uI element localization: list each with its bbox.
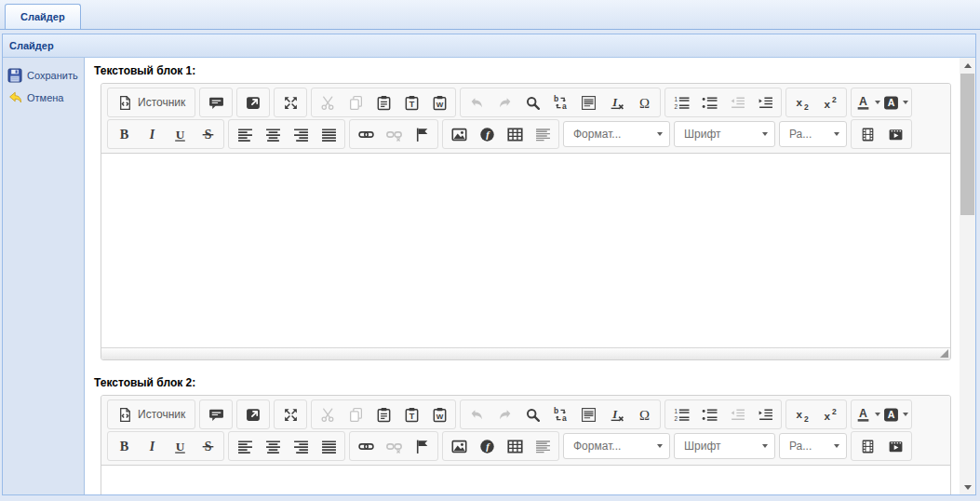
underline-button[interactable]: U (166, 434, 194, 458)
lines-icon (535, 127, 551, 142)
underline-button[interactable]: U (166, 122, 194, 146)
maximize-button[interactable] (276, 90, 304, 115)
redo-icon (497, 407, 513, 423)
chevron-down-icon (834, 444, 839, 448)
subscript-button[interactable]: x2 (788, 402, 816, 427)
align-right-button[interactable] (287, 122, 315, 146)
indent-button[interactable] (751, 402, 779, 427)
bold-button[interactable]: B (110, 122, 138, 146)
format-combo[interactable]: Формат... (563, 121, 670, 147)
text-color-button[interactable]: A (853, 402, 881, 427)
align-center-button[interactable] (259, 434, 287, 458)
align-center-button[interactable] (259, 122, 287, 146)
cancel-button[interactable]: Отмена (3, 87, 84, 109)
editor-content[interactable] (101, 466, 950, 494)
format-combo[interactable]: Формат... (563, 433, 670, 459)
subscript-button[interactable]: x2 (788, 90, 816, 115)
image-button[interactable] (445, 434, 473, 458)
paste-button[interactable] (369, 402, 397, 427)
save-button-label: Сохранить (27, 70, 78, 81)
align-justify-button[interactable] (315, 434, 342, 458)
align-left-button[interactable] (231, 434, 259, 458)
source-button[interactable]: Источник (110, 90, 193, 115)
tab-slider[interactable]: Слайдер (5, 4, 81, 29)
maximize-icon (283, 407, 299, 423)
video-button[interactable] (853, 122, 881, 146)
anchor-button[interactable] (408, 434, 436, 458)
preview-button[interactable] (202, 402, 230, 427)
replace-button[interactable]: ba (546, 90, 574, 115)
anchor-button[interactable] (408, 122, 436, 146)
text-lines-button[interactable] (529, 122, 557, 146)
italic-button[interactable]: I (138, 122, 166, 146)
paste-text-button[interactable]: T (397, 90, 425, 115)
preview-button[interactable] (202, 90, 230, 115)
text-color-button[interactable]: A (853, 90, 881, 115)
source-button[interactable]: Источник (110, 402, 193, 427)
remove-format-button[interactable]: I (602, 90, 630, 115)
bg-color-icon: A (883, 407, 899, 423)
maximize-button[interactable] (276, 402, 304, 427)
scrollbar-thumb[interactable] (960, 74, 974, 215)
flash-button[interactable]: f (473, 434, 501, 458)
bulleted-list-button[interactable] (695, 90, 723, 115)
superscript-button[interactable]: x2 (816, 90, 844, 115)
paste-word-button[interactable]: W (425, 402, 453, 427)
superscript-button[interactable]: x2 (816, 402, 844, 427)
bold-button[interactable]: B (110, 434, 138, 458)
select-all-button[interactable] (574, 90, 602, 115)
toolbar-group: TW (311, 88, 456, 117)
numbered-list-button[interactable]: 12 (667, 90, 695, 115)
youtube-button[interactable] (881, 434, 909, 458)
table-button[interactable] (501, 122, 529, 146)
font-combo[interactable]: Шрифт (674, 433, 775, 459)
paste-text-button[interactable]: T (397, 402, 425, 427)
numbered-list-button[interactable]: 12 (667, 402, 695, 427)
scroll-down-button[interactable] (960, 480, 975, 494)
remove-format-button[interactable]: I (602, 402, 630, 427)
align-justify-icon (321, 127, 337, 142)
bulleted-list-icon (702, 407, 718, 423)
open-window-button[interactable] (239, 402, 267, 427)
bg-color-button[interactable]: A (881, 402, 909, 427)
vertical-scrollbar[interactable] (960, 58, 975, 494)
replace-button[interactable]: ba (546, 402, 574, 427)
select-all-button[interactable] (574, 402, 602, 427)
link-button[interactable] (352, 122, 380, 146)
open-window-button[interactable] (239, 90, 267, 115)
special-char-button[interactable]: Ω (630, 402, 658, 427)
scroll-up-button[interactable] (960, 58, 975, 73)
align-justify-button[interactable] (315, 122, 342, 146)
indent-button[interactable] (751, 90, 779, 115)
align-right-button[interactable] (287, 434, 315, 458)
image-button[interactable] (445, 122, 473, 146)
editor-content[interactable] (101, 154, 950, 347)
svg-text:2: 2 (832, 95, 837, 104)
link-icon (358, 127, 374, 142)
italic-button[interactable]: I (138, 434, 166, 458)
flash-button[interactable]: f (473, 122, 501, 146)
youtube-button[interactable] (881, 122, 909, 146)
remove-format-icon: I (609, 407, 624, 423)
bulleted-list-button[interactable] (695, 402, 723, 427)
text-lines-button[interactable] (529, 434, 557, 458)
find-button[interactable] (518, 402, 546, 427)
size-combo[interactable]: Ра... (779, 433, 847, 459)
align-left-button[interactable] (231, 122, 259, 146)
paste-button[interactable] (369, 90, 397, 115)
select-all-icon (581, 407, 597, 423)
find-button[interactable] (518, 90, 546, 115)
size-combo[interactable]: Ра... (779, 121, 847, 147)
strike-button[interactable]: S (194, 122, 222, 146)
resize-handle-icon[interactable] (940, 349, 948, 358)
special-char-button[interactable]: Ω (630, 90, 658, 115)
font-combo[interactable]: Шрифт (674, 121, 775, 147)
save-button[interactable]: Сохранить (3, 64, 84, 87)
link-button[interactable] (352, 434, 380, 458)
strike-button[interactable]: S (194, 434, 222, 458)
table-button[interactable] (501, 434, 529, 458)
bg-color-button[interactable]: A (881, 90, 909, 115)
video-button[interactable] (853, 434, 881, 458)
paste-word-button[interactable]: W (425, 90, 453, 115)
chevron-down-icon (875, 101, 880, 104)
